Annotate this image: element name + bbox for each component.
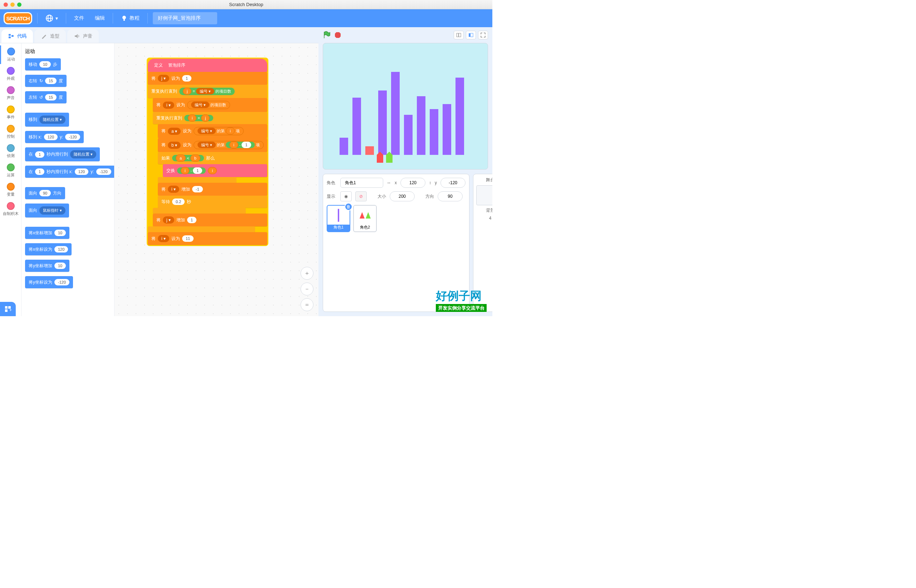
block-glide-random[interactable]: 在1秒内滑行到随机位置 ▾ <box>25 147 100 161</box>
block-repeat-until-1[interactable]: 重复执行直到j = 编号 ▾ 的项目数 <box>148 85 267 98</box>
stage-large-button[interactable] <box>466 31 476 39</box>
tab-sounds[interactable]: 声音 <box>67 29 99 43</box>
category-变量[interactable]: 变量 <box>0 181 21 199</box>
red-marker <box>377 155 383 163</box>
stage-label: 舞台 <box>486 177 492 183</box>
stage-header <box>319 27 492 43</box>
red-square <box>365 146 374 155</box>
block-set-i-11[interactable]: 将i ▾设为11 <box>148 232 267 245</box>
stage-selector[interactable]: 舞台 背景 4 <box>473 174 492 312</box>
block-swap[interactable]: 交换i - 1i <box>163 164 267 177</box>
zoom-controls: ＋ － ＝ <box>301 267 314 311</box>
category-侦测[interactable]: 侦测 <box>0 142 21 161</box>
sprite-name-label: 角色 <box>327 180 337 186</box>
tab-code[interactable]: 代码 <box>2 29 33 43</box>
paintbrush-icon <box>41 33 47 39</box>
block-repeat-until-2[interactable]: 重复执行直到i = j <box>153 112 267 124</box>
maximize-window-button[interactable] <box>17 3 21 7</box>
block-point-direction[interactable]: 面向90方向 <box>25 187 65 199</box>
scratch-logo[interactable]: SCRATCH <box>3 12 32 24</box>
block-set-x[interactable]: 将x坐标设为120 <box>25 243 71 255</box>
svg-rect-7 <box>11 35 14 37</box>
zoom-out-button[interactable]: － <box>301 283 314 296</box>
category-自制积木[interactable]: 自制积木 <box>0 200 21 218</box>
block-define[interactable]: 定义 冒泡排序 <box>148 59 267 72</box>
block-dec-i[interactable]: 将i ▾增加-1 <box>158 183 267 195</box>
tab-costumes[interactable]: 造型 <box>34 29 66 43</box>
chart-bar <box>391 72 400 155</box>
category-事件[interactable]: 事件 <box>0 103 21 122</box>
block-set-i-length[interactable]: 将i ▾设为编号 ▾ 的项目数 <box>153 98 267 112</box>
block-move-steps[interactable]: 移动10步 <box>25 58 61 71</box>
block-set-a[interactable]: 将a ▾设为编号 ▾ 的第 i 项 <box>158 124 267 138</box>
show-sprite-button[interactable]: ◉ <box>340 191 352 201</box>
category-控制[interactable]: 控制 <box>0 123 21 141</box>
sprite-x-input[interactable] <box>400 178 426 188</box>
block-change-x[interactable]: 将x坐标增加10 <box>25 227 70 239</box>
sound-icon <box>74 33 80 39</box>
chart-bar <box>430 109 438 155</box>
sprite-list: 🗑 角色1 角色2 <box>327 205 466 232</box>
sprite-card-2[interactable]: 角色2 <box>353 205 377 232</box>
sprite-size-input[interactable] <box>390 191 415 201</box>
stage-small-button[interactable] <box>454 31 464 39</box>
stage-thumbnail[interactable] <box>476 185 492 205</box>
svg-rect-10 <box>5 309 8 312</box>
chart-bar <box>417 96 426 155</box>
backdrops-count: 4 <box>489 216 492 221</box>
code-workspace[interactable]: 定义 冒泡排序 将j ▾设为1 重复执行直到j = 编号 ▾ 的项目数 将i ▾… <box>115 43 319 316</box>
block-set-j-1[interactable]: 将j ▾设为1 <box>148 72 267 85</box>
green-flag-button[interactable] <box>323 31 331 39</box>
sprite-name-input[interactable] <box>340 178 383 188</box>
block-set-y[interactable]: 将y坐标设为-120 <box>25 276 73 288</box>
block-glide-xy[interactable]: 在1秒内滑行到 x:120y:-120 <box>25 166 115 178</box>
fullscreen-button[interactable] <box>478 31 488 39</box>
hide-sprite-button[interactable]: ⊘ <box>355 191 367 201</box>
chart-bar <box>340 138 348 155</box>
traffic-lights <box>3 3 21 7</box>
sprite-y-input[interactable] <box>440 178 466 188</box>
block-turn-left[interactable]: 左转↺15度 <box>25 91 66 103</box>
block-set-b[interactable]: 将b ▾设为编号 ▾ 的第 i - 1 项 <box>158 138 267 152</box>
stage[interactable] <box>323 43 488 170</box>
svg-marker-12 <box>335 32 341 38</box>
globe-icon <box>45 14 53 22</box>
green-marker <box>386 155 393 163</box>
block-inc-j[interactable]: 将j ▾增加1 <box>153 213 267 226</box>
minimize-window-button[interactable] <box>10 3 15 7</box>
delete-sprite-button[interactable]: 🗑 <box>345 203 353 211</box>
project-title-input[interactable]: 好例子网_冒泡排序 <box>153 12 217 24</box>
file-menu[interactable]: 文件 <box>71 13 87 24</box>
category-外观[interactable]: 外观 <box>0 65 21 83</box>
chart-bar <box>353 98 361 155</box>
language-menu[interactable]: ▾ <box>42 12 61 24</box>
close-window-button[interactable] <box>3 3 8 7</box>
stop-button[interactable] <box>334 31 341 39</box>
svg-rect-4 <box>123 19 125 21</box>
sprite-direction-input[interactable] <box>438 191 463 201</box>
category-运算[interactable]: 运算 <box>0 161 21 180</box>
show-label: 显示 <box>327 194 337 200</box>
block-gotoxy[interactable]: 移到 x:120y:-120 <box>25 131 84 143</box>
category-column: 运动外观声音事件控制侦测运算变量自制积木 <box>0 43 21 316</box>
eye-icon: ◉ <box>344 194 348 199</box>
sprite-card-1[interactable]: 🗑 角色1 <box>327 205 350 232</box>
trash-icon: 🗑 <box>346 204 351 209</box>
block-point-towards[interactable]: 面向鼠标指针 ▾ <box>25 204 69 218</box>
chart-bar <box>443 104 451 155</box>
category-运动[interactable]: 运动 <box>0 45 21 64</box>
zoom-in-button[interactable]: ＋ <box>301 267 314 280</box>
tutorials-button[interactable]: 教程 <box>118 13 142 24</box>
size-label: 大小 <box>377 194 386 200</box>
add-extension-button[interactable]: + <box>0 302 16 316</box>
block-goto[interactable]: 移到随机位置 ▾ <box>25 113 69 127</box>
block-wait[interactable]: 等待0.2秒 <box>158 195 267 208</box>
zoom-reset-button[interactable]: ＝ <box>301 298 314 311</box>
block-change-y[interactable]: 将y坐标增加10 <box>25 260 70 272</box>
block-if[interactable]: 如果a < b那么 <box>158 152 267 164</box>
y-arrows-icon: ↕ <box>429 180 431 185</box>
block-turn-right[interactable]: 右转↻15度 <box>25 75 66 87</box>
svg-rect-5 <box>8 34 11 36</box>
edit-menu[interactable]: 编辑 <box>92 13 108 24</box>
category-声音[interactable]: 声音 <box>0 84 21 103</box>
